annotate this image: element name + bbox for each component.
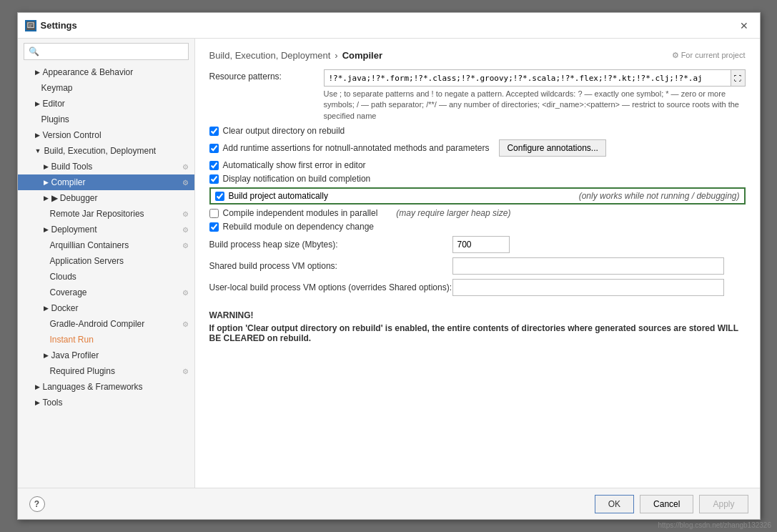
breadcrumb-path: Build, Execution, Deployment bbox=[209, 50, 331, 61]
chevron-right-icon: ▶ bbox=[35, 399, 40, 406]
heap-size-row: Build process heap size (Mbytes): bbox=[209, 236, 746, 253]
sidebar-item-debugger[interactable]: ▶ ▶ Debugger bbox=[18, 190, 194, 206]
chevron-right-icon: ▶ bbox=[35, 383, 40, 390]
sidebar-item-appearance[interactable]: ▶ Appearance & Behavior bbox=[18, 64, 194, 80]
sidebar-item-version-control[interactable]: ▶ Version Control bbox=[18, 127, 194, 143]
sidebar-item-label: Languages & Frameworks bbox=[43, 382, 143, 392]
resource-patterns-input[interactable] bbox=[324, 69, 731, 87]
sidebar-item-java-profiler[interactable]: ▶ Java Profiler bbox=[18, 348, 194, 363]
sidebar-item-label: Deployment bbox=[51, 225, 97, 235]
svg-rect-1 bbox=[29, 24, 32, 25]
sidebar-item-compiler[interactable]: ▶ Compiler ⚙ bbox=[18, 174, 194, 190]
show-error-label[interactable]: Automatically show first error in editor bbox=[223, 160, 366, 170]
sidebar-item-docker[interactable]: ▶ Docker bbox=[18, 300, 194, 316]
apply-button[interactable]: Apply bbox=[699, 495, 748, 513]
sidebar-item-remote-jar[interactable]: Remote Jar Repositories ⚙ bbox=[18, 206, 194, 222]
chevron-placeholder bbox=[44, 336, 47, 343]
compile-parallel-checkbox[interactable] bbox=[209, 209, 219, 218]
sidebar-item-label: Compiler bbox=[51, 177, 86, 187]
title-bar: Settings ✕ bbox=[18, 13, 760, 39]
warning-section: WARNING! If option 'Clear output directo… bbox=[209, 310, 746, 343]
sidebar-item-build-tools[interactable]: ▶ Build Tools ⚙ bbox=[18, 159, 194, 174]
sidebar-item-required-plugins[interactable]: Required Plugins ⚙ bbox=[18, 363, 194, 379]
rebuild-module-label[interactable]: Rebuild module on dependency change bbox=[223, 222, 375, 232]
sidebar-item-editor[interactable]: ▶ Editor bbox=[18, 96, 194, 112]
show-error-checkbox[interactable] bbox=[209, 161, 219, 170]
configure-annotations-button[interactable]: Configure annotations... bbox=[499, 139, 605, 157]
clear-output-checkbox[interactable] bbox=[209, 127, 219, 136]
checkbox-show-error: Automatically show first error in editor bbox=[209, 160, 746, 170]
sidebar-item-plugins[interactable]: Plugins bbox=[18, 112, 194, 127]
sidebar-item-keymap[interactable]: Keymap bbox=[18, 80, 194, 96]
sidebar-item-build-exec[interactable]: ▼ Build, Execution, Deployment bbox=[18, 143, 194, 159]
for-project-label: ⚙ For current project bbox=[672, 51, 746, 60]
sidebar-item-label: Build, Execution, Deployment bbox=[44, 146, 156, 156]
sidebar-item-gradle-android[interactable]: Gradle-Android Compiler ⚙ bbox=[18, 316, 194, 332]
assertions-checkbox[interactable] bbox=[209, 144, 219, 153]
user-local-vm-row: User-local build process VM options (ove… bbox=[209, 279, 746, 296]
sidebar-item-languages[interactable]: ▶ Languages & Frameworks bbox=[18, 379, 194, 395]
build-auto-row: Build project automatically (only works … bbox=[209, 187, 746, 205]
search-box[interactable] bbox=[24, 43, 189, 60]
sidebar-item-coverage[interactable]: Coverage ⚙ bbox=[18, 285, 194, 300]
sidebar-item-label: Required Plugins bbox=[50, 366, 115, 376]
build-auto-label[interactable]: Build project automatically bbox=[229, 191, 328, 201]
app-icon bbox=[25, 20, 36, 31]
checkbox-display-notification: Display notification on build completion bbox=[209, 174, 746, 184]
user-local-vm-input[interactable] bbox=[452, 279, 724, 296]
cancel-button[interactable]: Cancel bbox=[640, 495, 693, 513]
build-auto-note: (only works while not running / debuggin… bbox=[579, 191, 740, 201]
chevron-right-icon: ▶ bbox=[35, 69, 40, 76]
shared-vm-label: Shared build process VM options: bbox=[209, 261, 452, 271]
breadcrumb: Build, Execution, Deployment › Compiler … bbox=[209, 50, 746, 61]
sidebar-item-arquillian[interactable]: Arquillian Containers ⚙ bbox=[18, 237, 194, 253]
sidebar-item-tools[interactable]: ▶ Tools bbox=[18, 395, 194, 410]
chevron-right-icon: ▶ bbox=[44, 352, 49, 359]
rebuild-module-checkbox[interactable] bbox=[209, 222, 219, 232]
close-button[interactable]: ✕ bbox=[736, 19, 753, 33]
help-button[interactable]: ? bbox=[29, 496, 45, 512]
gear-icon: ⚙ bbox=[182, 368, 189, 375]
sidebar-item-label: Coverage bbox=[50, 287, 87, 297]
chevron-right-icon: ▶ bbox=[44, 194, 49, 202]
sidebar-item-label: Java Profiler bbox=[51, 350, 99, 360]
chevron-right-icon: ▶ bbox=[35, 100, 40, 107]
gear-icon: ⚙ bbox=[182, 163, 189, 171]
chevron-placeholder bbox=[44, 289, 47, 296]
sidebar-item-deployment[interactable]: ▶ Deployment ⚙ bbox=[18, 222, 194, 237]
sidebar-item-label: Tools bbox=[43, 398, 63, 408]
resource-input-row: ⛶ bbox=[324, 69, 746, 87]
expand-button[interactable]: ⛶ bbox=[731, 69, 746, 87]
resource-hint: Use ; to separate patterns and ! to nega… bbox=[324, 89, 746, 122]
action-buttons: OK Cancel Apply bbox=[595, 495, 748, 513]
clear-output-label[interactable]: Clear output directory on rebuild bbox=[223, 126, 345, 136]
build-auto-checkbox[interactable] bbox=[215, 192, 224, 201]
chevron-right-icon: ▶ bbox=[44, 163, 49, 170]
sidebar-item-label: Plugins bbox=[41, 114, 69, 124]
sidebar-item-label: Application Servers bbox=[50, 256, 124, 266]
chevron-placeholder bbox=[44, 257, 47, 265]
sidebar-item-instant-run[interactable]: Instant Run bbox=[18, 332, 194, 348]
sidebar-item-app-servers[interactable]: Application Servers bbox=[18, 253, 194, 269]
settings-dialog: Settings ✕ ▶ Appearance & Behavior Keyma… bbox=[17, 12, 761, 520]
warning-detail: If option 'Clear output directory on reb… bbox=[209, 323, 746, 343]
shared-vm-input[interactable] bbox=[452, 257, 724, 275]
assertions-label[interactable]: Add runtime assertions for notnull-annot… bbox=[223, 143, 490, 153]
chevron-right-icon: ▶ bbox=[44, 305, 49, 312]
compile-parallel-note: (may require larger heap size) bbox=[396, 208, 510, 218]
gear-icon: ⚙ bbox=[182, 210, 189, 218]
warning-title: WARNING! bbox=[209, 310, 746, 320]
chevron-placeholder bbox=[35, 84, 39, 92]
ok-button[interactable]: OK bbox=[595, 495, 634, 513]
search-input[interactable] bbox=[24, 43, 189, 60]
dialog-title: Settings bbox=[41, 20, 736, 31]
gear-icon: ⚙ bbox=[182, 179, 189, 187]
resource-input-wrap: ⛶ Use ; to separate patterns and ! to ne… bbox=[324, 69, 746, 122]
sidebar-item-clouds[interactable]: Clouds bbox=[18, 269, 194, 285]
heap-size-input[interactable] bbox=[452, 236, 510, 253]
chevron-placeholder bbox=[44, 320, 47, 327]
compile-parallel-label[interactable]: Compile independent modules in parallel bbox=[223, 208, 378, 218]
svg-rect-0 bbox=[27, 22, 33, 27]
display-notification-checkbox[interactable] bbox=[209, 174, 219, 184]
display-notification-label[interactable]: Display notification on build completion bbox=[223, 174, 371, 184]
